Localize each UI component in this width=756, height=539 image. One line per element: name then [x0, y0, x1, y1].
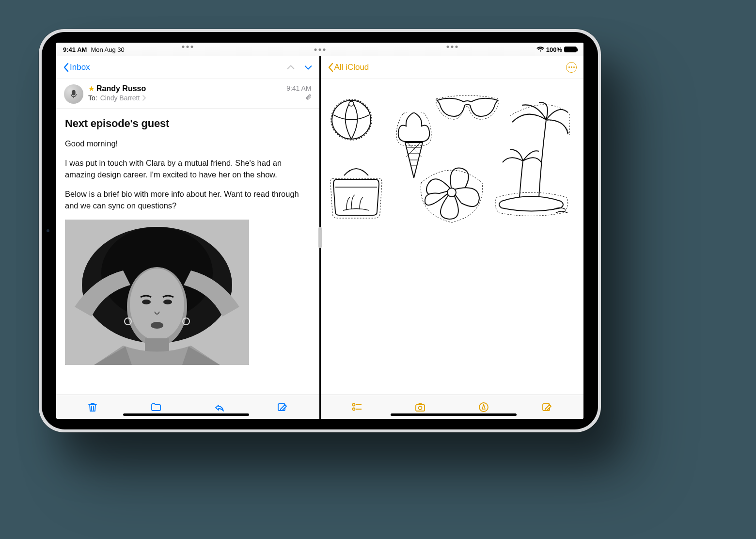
svg-point-22 — [419, 406, 422, 410]
sender-name[interactable]: Randy Russo — [96, 84, 146, 93]
wifi-icon — [536, 47, 544, 52]
more-button[interactable] — [566, 62, 577, 73]
compose-note-button[interactable] — [536, 397, 558, 417]
battery-percent: 100% — [546, 46, 562, 53]
svg-point-8 — [163, 300, 172, 304]
sketch-tote-bag — [330, 166, 383, 219]
svg-point-17 — [352, 403, 355, 406]
compose-icon — [541, 401, 553, 413]
multitask-dots-mail[interactable] — [182, 46, 193, 48]
message-subject: Next episode's guest — [65, 116, 311, 131]
status-bar: 9:41 AM Mon Aug 30 100% — [56, 43, 583, 56]
camera-icon — [414, 401, 426, 413]
message-header: ★ Randy Russo To: Cindy Barrett — [56, 79, 319, 109]
microphone-icon — [68, 89, 79, 99]
sketch-sunglasses — [435, 93, 500, 122]
notes-back-label: All iCloud — [334, 63, 369, 72]
svg-point-15 — [349, 101, 354, 106]
battery-icon — [564, 47, 577, 52]
vip-star-icon: ★ — [88, 84, 94, 93]
checklist-icon — [351, 401, 363, 413]
notes-pane: All iCloud — [321, 56, 584, 419]
message-attachment-photo[interactable] — [65, 220, 249, 365]
trash-button[interactable] — [81, 397, 104, 417]
svg-point-5 — [130, 269, 184, 340]
markup-icon — [478, 401, 489, 413]
multitask-dots-notes[interactable] — [446, 46, 457, 48]
ipad-device-frame: 9:41 AM Mon Aug 30 100% — [39, 29, 601, 432]
chevron-right-icon[interactable] — [142, 95, 146, 101]
svg-point-18 — [352, 408, 355, 410]
svg-rect-0 — [72, 90, 75, 95]
notes-back-button[interactable]: All iCloud — [328, 63, 369, 72]
note-canvas[interactable] — [321, 79, 584, 395]
reply-icon — [214, 401, 225, 413]
front-camera — [47, 229, 49, 232]
mail-pane: Inbox — [56, 56, 319, 419]
sender-avatar[interactable] — [64, 84, 83, 104]
chevron-left-icon — [63, 63, 69, 72]
multitask-dots-left[interactable] — [315, 48, 326, 51]
compose-icon — [277, 401, 288, 413]
mail-navbar: Inbox — [56, 56, 319, 79]
sketch-beach-ball — [330, 98, 373, 142]
next-message-icon[interactable] — [304, 63, 313, 72]
home-indicator-left[interactable] — [123, 413, 249, 416]
svg-point-16 — [447, 188, 456, 197]
checklist-button[interactable] — [346, 397, 368, 417]
mail-back-label: Inbox — [70, 63, 90, 72]
to-label: To: — [88, 94, 97, 102]
message-para: Below is a brief bio with more info abou… — [65, 189, 311, 212]
notes-navbar: All iCloud — [321, 56, 584, 79]
compose-mail-button[interactable] — [271, 397, 294, 417]
message-body: Next episode's guest Good morning! I was… — [56, 109, 319, 372]
folder-icon — [150, 401, 162, 413]
status-time: 9:41 AM — [63, 46, 87, 53]
message-para: I was put in touch with Clara by a mutua… — [65, 158, 311, 181]
attachment-icon — [305, 94, 312, 101]
svg-point-7 — [142, 300, 151, 304]
home-indicator-right[interactable] — [391, 413, 517, 416]
svg-rect-21 — [416, 405, 425, 411]
trash-icon — [87, 401, 98, 413]
recipient-name[interactable]: Cindy Barrett — [100, 94, 140, 102]
svg-point-9 — [151, 322, 163, 329]
sketch-palm-island — [493, 100, 570, 219]
chevron-left-icon — [328, 63, 333, 72]
message-para: Good morning! — [65, 138, 311, 150]
sketch-hibiscus — [420, 163, 483, 224]
message-time: 9:41 AM — [286, 84, 311, 92]
status-date: Mon Aug 30 — [91, 46, 124, 53]
prev-message-icon[interactable] — [286, 63, 295, 72]
mail-back-button[interactable]: Inbox — [63, 63, 90, 72]
